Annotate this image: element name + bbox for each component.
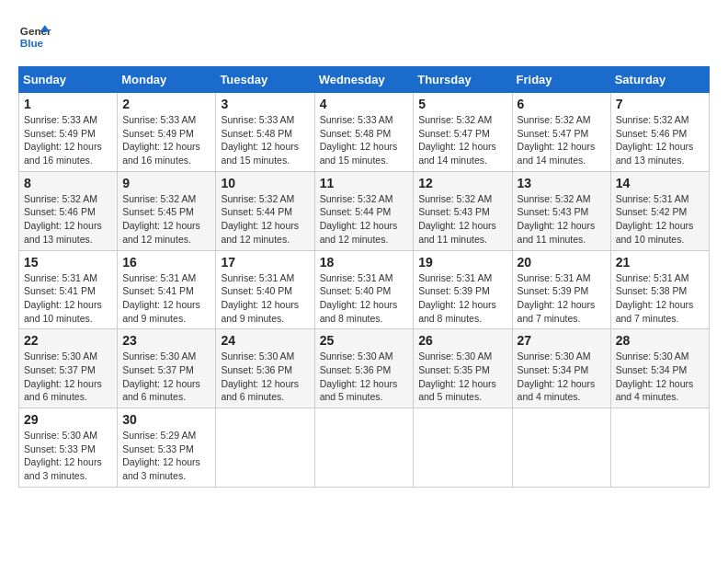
calendar-table: SundayMondayTuesdayWednesdayThursdayFrid…: [18, 66, 710, 488]
calendar-cell: 29Sunrise: 5:30 AMSunset: 5:33 PMDayligh…: [19, 408, 118, 488]
day-number: 29: [24, 412, 112, 427]
col-header-sunday: Sunday: [19, 67, 118, 93]
svg-text:Blue: Blue: [20, 37, 44, 49]
day-number: 22: [24, 333, 112, 348]
day-info: Sunrise: 5:29 AMSunset: 5:33 PMDaylight:…: [122, 429, 210, 483]
calendar-cell: 7Sunrise: 5:32 AMSunset: 5:46 PMDaylight…: [610, 93, 709, 172]
day-number: 12: [418, 176, 506, 190]
day-info: Sunrise: 5:30 AMSunset: 5:35 PMDaylight:…: [418, 350, 506, 404]
day-info: Sunrise: 5:32 AMSunset: 5:43 PMDaylight:…: [518, 192, 606, 247]
day-info: Sunrise: 5:31 AMSunset: 5:38 PMDaylight:…: [616, 271, 704, 326]
day-number: 13: [518, 176, 606, 190]
logo: General Blue: [18, 18, 51, 52]
day-number: 3: [221, 97, 309, 111]
day-info: Sunrise: 5:32 AMSunset: 5:44 PMDaylight:…: [221, 192, 309, 247]
calendar-cell: 8Sunrise: 5:32 AMSunset: 5:46 PMDaylight…: [19, 171, 118, 250]
calendar-cell: 6Sunrise: 5:32 AMSunset: 5:47 PMDaylight…: [512, 93, 610, 172]
day-number: 15: [24, 255, 112, 270]
day-info: Sunrise: 5:33 AMSunset: 5:48 PMDaylight:…: [221, 113, 309, 167]
day-info: Sunrise: 5:31 AMSunset: 5:39 PMDaylight:…: [418, 271, 506, 326]
day-number: 19: [418, 255, 506, 270]
day-number: 5: [418, 97, 506, 111]
day-info: Sunrise: 5:31 AMSunset: 5:41 PMDaylight:…: [24, 271, 112, 326]
calendar-cell: [414, 408, 512, 488]
day-info: Sunrise: 5:30 AMSunset: 5:34 PMDaylight:…: [616, 350, 704, 404]
day-number: 16: [122, 255, 210, 270]
day-info: Sunrise: 5:32 AMSunset: 5:46 PMDaylight:…: [24, 192, 112, 247]
col-header-saturday: Saturday: [610, 67, 709, 93]
day-number: 27: [518, 333, 606, 348]
day-info: Sunrise: 5:31 AMSunset: 5:39 PMDaylight:…: [518, 271, 606, 326]
day-info: Sunrise: 5:31 AMSunset: 5:41 PMDaylight:…: [122, 271, 210, 326]
day-info: Sunrise: 5:32 AMSunset: 5:47 PMDaylight:…: [518, 113, 606, 167]
calendar-cell: 19Sunrise: 5:31 AMSunset: 5:39 PMDayligh…: [414, 250, 512, 329]
calendar-cell: 9Sunrise: 5:32 AMSunset: 5:45 PMDaylight…: [118, 171, 216, 250]
calendar-cell: 22Sunrise: 5:30 AMSunset: 5:37 PMDayligh…: [19, 329, 118, 408]
col-header-friday: Friday: [512, 67, 610, 93]
calendar-week-row: 8Sunrise: 5:32 AMSunset: 5:46 PMDaylight…: [19, 171, 710, 250]
calendar-cell: 12Sunrise: 5:32 AMSunset: 5:43 PMDayligh…: [414, 171, 512, 250]
calendar-cell: 1Sunrise: 5:33 AMSunset: 5:49 PMDaylight…: [19, 93, 118, 172]
calendar-cell: 15Sunrise: 5:31 AMSunset: 5:41 PMDayligh…: [19, 250, 118, 329]
calendar-cell: 17Sunrise: 5:31 AMSunset: 5:40 PMDayligh…: [216, 250, 314, 329]
day-number: 28: [616, 333, 704, 348]
day-info: Sunrise: 5:32 AMSunset: 5:46 PMDaylight:…: [616, 113, 704, 167]
day-info: Sunrise: 5:30 AMSunset: 5:36 PMDaylight:…: [320, 350, 409, 404]
day-info: Sunrise: 5:32 AMSunset: 5:43 PMDaylight:…: [418, 192, 506, 247]
day-info: Sunrise: 5:31 AMSunset: 5:42 PMDaylight:…: [616, 192, 704, 247]
day-number: 21: [616, 255, 704, 270]
calendar-cell: 16Sunrise: 5:31 AMSunset: 5:41 PMDayligh…: [118, 250, 216, 329]
calendar-week-row: 22Sunrise: 5:30 AMSunset: 5:37 PMDayligh…: [19, 329, 710, 408]
day-number: 6: [518, 97, 606, 111]
calendar-cell: 4Sunrise: 5:33 AMSunset: 5:48 PMDaylight…: [314, 93, 414, 172]
col-header-thursday: Thursday: [414, 67, 512, 93]
calendar-cell: 20Sunrise: 5:31 AMSunset: 5:39 PMDayligh…: [512, 250, 610, 329]
day-number: 30: [122, 412, 210, 427]
calendar-cell: 25Sunrise: 5:30 AMSunset: 5:36 PMDayligh…: [314, 329, 414, 408]
calendar-cell: 2Sunrise: 5:33 AMSunset: 5:49 PMDaylight…: [118, 93, 216, 172]
logo-icon: General Blue: [18, 18, 51, 52]
page-header: General Blue: [18, 18, 710, 52]
day-number: 24: [221, 333, 309, 348]
calendar-week-row: 1Sunrise: 5:33 AMSunset: 5:49 PMDaylight…: [19, 93, 710, 172]
calendar-cell: 10Sunrise: 5:32 AMSunset: 5:44 PMDayligh…: [216, 171, 314, 250]
day-number: 10: [221, 176, 309, 190]
calendar-cell: 28Sunrise: 5:30 AMSunset: 5:34 PMDayligh…: [610, 329, 709, 408]
day-number: 2: [122, 97, 210, 111]
day-info: Sunrise: 5:30 AMSunset: 5:34 PMDaylight:…: [518, 350, 606, 404]
day-info: Sunrise: 5:33 AMSunset: 5:48 PMDaylight:…: [320, 113, 409, 167]
day-number: 23: [122, 333, 210, 348]
day-info: Sunrise: 5:33 AMSunset: 5:49 PMDaylight:…: [122, 113, 210, 167]
calendar-cell: [216, 408, 314, 488]
day-info: Sunrise: 5:30 AMSunset: 5:37 PMDaylight:…: [122, 350, 210, 404]
calendar-cell: 30Sunrise: 5:29 AMSunset: 5:33 PMDayligh…: [118, 408, 216, 488]
calendar-cell: 27Sunrise: 5:30 AMSunset: 5:34 PMDayligh…: [512, 329, 610, 408]
day-number: 17: [221, 255, 309, 270]
day-info: Sunrise: 5:30 AMSunset: 5:37 PMDaylight:…: [24, 350, 112, 404]
calendar-week-row: 29Sunrise: 5:30 AMSunset: 5:33 PMDayligh…: [19, 408, 710, 488]
calendar-cell: [610, 408, 709, 488]
day-info: Sunrise: 5:31 AMSunset: 5:40 PMDaylight:…: [320, 271, 409, 326]
calendar-cell: 26Sunrise: 5:30 AMSunset: 5:35 PMDayligh…: [414, 329, 512, 408]
day-info: Sunrise: 5:30 AMSunset: 5:36 PMDaylight:…: [221, 350, 309, 404]
calendar-cell: [512, 408, 610, 488]
day-number: 4: [320, 97, 409, 111]
day-number: 8: [24, 176, 112, 190]
calendar-cell: 5Sunrise: 5:32 AMSunset: 5:47 PMDaylight…: [414, 93, 512, 172]
calendar-cell: 11Sunrise: 5:32 AMSunset: 5:44 PMDayligh…: [314, 171, 414, 250]
calendar-header-row: SundayMondayTuesdayWednesdayThursdayFrid…: [19, 67, 710, 93]
day-info: Sunrise: 5:32 AMSunset: 5:47 PMDaylight:…: [418, 113, 506, 167]
day-info: Sunrise: 5:30 AMSunset: 5:33 PMDaylight:…: [24, 429, 112, 483]
day-info: Sunrise: 5:33 AMSunset: 5:49 PMDaylight:…: [24, 113, 112, 167]
col-header-wednesday: Wednesday: [314, 67, 414, 93]
day-number: 7: [616, 97, 704, 111]
day-number: 25: [320, 333, 409, 348]
col-header-tuesday: Tuesday: [216, 67, 314, 93]
day-info: Sunrise: 5:32 AMSunset: 5:45 PMDaylight:…: [122, 192, 210, 247]
calendar-cell: 3Sunrise: 5:33 AMSunset: 5:48 PMDaylight…: [216, 93, 314, 172]
day-number: 26: [418, 333, 506, 348]
day-number: 18: [320, 255, 409, 270]
calendar-cell: 21Sunrise: 5:31 AMSunset: 5:38 PMDayligh…: [610, 250, 709, 329]
calendar-cell: 23Sunrise: 5:30 AMSunset: 5:37 PMDayligh…: [118, 329, 216, 408]
calendar-cell: [314, 408, 414, 488]
